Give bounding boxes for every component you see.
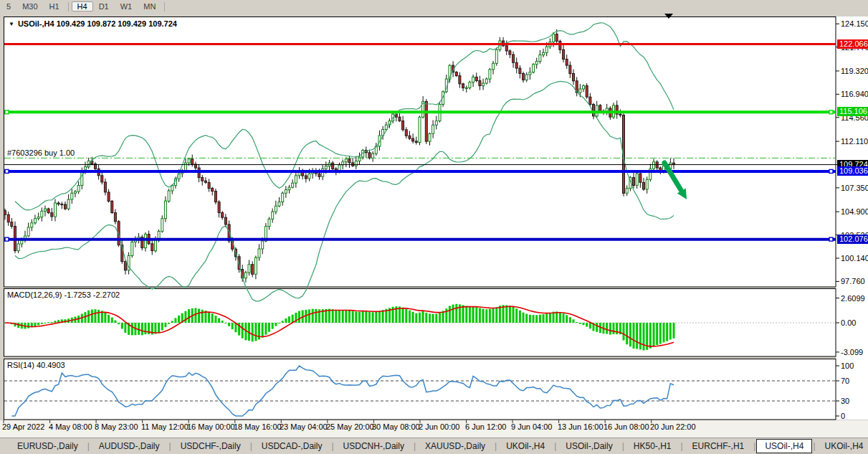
rsi-tick-label: 30 <box>841 397 849 405</box>
macd-bar <box>589 323 591 328</box>
tab-eurchf-h1[interactable]: EURCHF-,H1 <box>684 439 753 453</box>
macd-bar <box>37 323 39 326</box>
date-label: 8 May 23:00 <box>95 422 138 431</box>
timeframe-button-h1[interactable]: H1 <box>44 1 65 11</box>
bull-candle <box>482 83 485 86</box>
bear-candle <box>348 159 350 163</box>
bear-candle <box>252 265 254 275</box>
macd-bar <box>586 323 588 327</box>
timeframe-button-m30[interactable]: M30 <box>16 1 43 11</box>
bull-candle <box>529 72 531 75</box>
bull-candle <box>543 52 545 55</box>
macd-bar <box>121 323 123 328</box>
macd-bar <box>559 312 561 323</box>
bear-candle <box>566 60 568 66</box>
timeframe-button-5[interactable]: 5 <box>1 1 16 11</box>
bear-candle <box>563 49 565 59</box>
macd-bar <box>429 313 431 323</box>
tab-audusd-daily[interactable]: AUDUSD-,Daily <box>90 439 168 453</box>
tab-usdcad-daily[interactable]: USDCAD-,Daily <box>253 439 331 453</box>
bull-candle <box>144 235 146 248</box>
chart-title-row[interactable]: ▼ USOil-,H4 109.429 109.872 109.429 109.… <box>9 19 177 28</box>
tab-ukoil-h4[interactable]: UKOil-,H4 <box>816 439 868 453</box>
bull-candle <box>188 159 190 163</box>
timeframe-button-mn[interactable]: MN <box>138 1 161 11</box>
date-label: 4 May 08:00 <box>49 422 92 431</box>
macd-bar <box>519 311 521 323</box>
timeframe-button-h4[interactable]: H4 <box>72 1 93 11</box>
bull-candle <box>44 209 47 211</box>
macd-bar <box>533 315 535 323</box>
bull-candle <box>292 183 294 187</box>
line-handle[interactable] <box>829 110 833 114</box>
bull-candle <box>372 153 374 158</box>
line-handle[interactable] <box>5 110 9 114</box>
tab-usoil-daily[interactable]: USOil-,Daily <box>557 439 621 453</box>
line-handle[interactable] <box>829 237 833 241</box>
macd-bar <box>523 313 525 323</box>
tab-usdcnh-daily[interactable]: USDCNH-,Daily <box>335 439 413 453</box>
bull-candle <box>492 63 495 70</box>
macd-bar <box>639 323 642 349</box>
macd-bar <box>636 323 638 349</box>
macd-bar <box>649 323 652 349</box>
symbol-dropdown-icon[interactable]: ▼ <box>9 21 14 27</box>
line-handle[interactable] <box>5 169 9 173</box>
chart-canvas[interactable] <box>0 0 868 454</box>
timeframe-button-d1[interactable]: D1 <box>93 1 115 11</box>
macd-bar <box>509 306 511 323</box>
macd-bar <box>114 321 116 323</box>
line-handle[interactable] <box>5 237 9 241</box>
bull-candle <box>37 217 39 219</box>
date-label: 2 Jun 00:00 <box>419 422 460 431</box>
date-label: 13 Jun 16:00 <box>558 422 604 431</box>
bear-candle <box>104 182 106 192</box>
macd-bar <box>499 306 501 323</box>
main-pane[interactable] <box>4 17 836 288</box>
macd-bar <box>673 323 675 339</box>
bull-candle <box>435 121 437 126</box>
macd-bar <box>365 311 367 323</box>
line-handle[interactable] <box>829 169 833 173</box>
tab-xauusd-daily[interactable]: XAUUSD-,Daily <box>416 439 494 453</box>
macd-bar <box>435 314 437 323</box>
macd-bar <box>262 323 264 338</box>
bear-candle <box>224 217 226 224</box>
macd-bar <box>609 323 611 335</box>
macd-bar <box>616 323 618 334</box>
macd-tick-label: 2.6099 <box>841 294 865 303</box>
price-tick-label: 107.350 <box>841 184 868 192</box>
macd-bar <box>288 316 290 323</box>
tab-ukoil-h4[interactable]: UKOil-,H4 <box>497 439 553 453</box>
macd-bar <box>512 307 515 323</box>
bull-candle <box>268 219 270 226</box>
tab-hk50-h1[interactable]: HK50-,H1 <box>625 439 680 453</box>
rsi-pane[interactable] <box>4 359 836 420</box>
macd-bar <box>41 323 43 324</box>
macd-bar <box>27 323 29 328</box>
tab-bar: EURUSD-,Daily|AUDUSD-,Daily|USDCHF-,Dail… <box>0 438 868 454</box>
bear-candle <box>586 86 588 98</box>
bull-candle <box>288 187 290 189</box>
tab-usoil-h4[interactable]: USOil-,H4 <box>756 439 812 453</box>
bull-candle <box>485 79 487 83</box>
macd-bar <box>629 323 631 346</box>
bull-candle <box>272 212 274 219</box>
macd-bar <box>315 309 317 323</box>
date-label: 18 May 16:00 <box>234 422 282 431</box>
bull-candle <box>308 174 310 179</box>
bull-candle <box>539 55 541 62</box>
bear-candle <box>405 130 407 136</box>
tab-eurusd-daily[interactable]: EURUSD-,Daily <box>9 439 87 453</box>
macd-bar <box>178 316 180 323</box>
bear-candle <box>399 117 401 120</box>
bull-candle <box>41 211 43 217</box>
axis-background <box>836 16 868 420</box>
macd-bar <box>462 305 464 323</box>
macd-bar <box>224 323 226 323</box>
macd-bar <box>375 312 377 323</box>
macd-bar <box>268 323 270 332</box>
timeframe-button-w1[interactable]: W1 <box>115 1 138 11</box>
tab-usdchf-daily[interactable]: USDCHF-,Daily <box>172 439 249 453</box>
bear-candle <box>519 68 521 73</box>
